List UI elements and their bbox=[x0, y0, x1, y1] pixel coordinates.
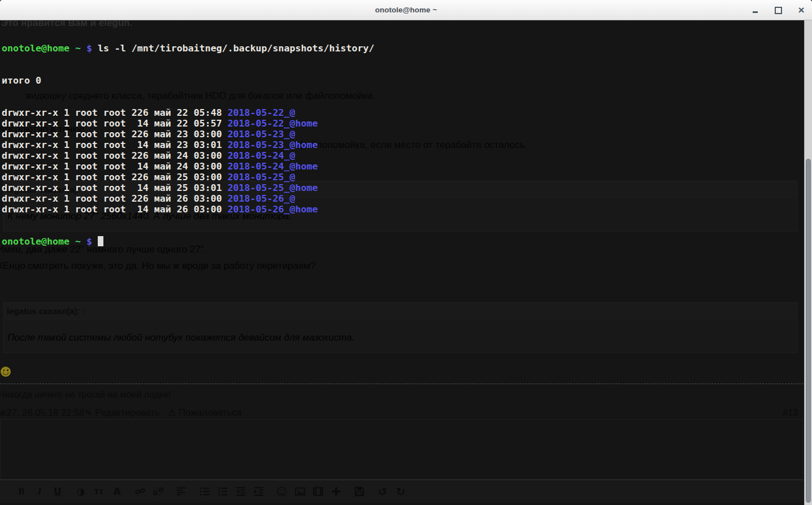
align-icon[interactable] bbox=[176, 486, 187, 497]
font-family-icon[interactable]: A bbox=[111, 486, 123, 497]
warning-icon: ⚠ bbox=[168, 408, 176, 417]
terminal-listing-row: drwxr-xr-x 1 root root 14 май 22 05:57 2… bbox=[2, 118, 374, 129]
font-size-icon[interactable]: T↕ bbox=[93, 486, 105, 497]
scrollbar-track[interactable] bbox=[804, 20, 812, 505]
terminal-window: onotole@home ~ Это нравится Вам и elegun… bbox=[0, 0, 812, 505]
undo-icon[interactable]: ↺ bbox=[377, 486, 388, 497]
prompt-user-host: onotole@home bbox=[2, 43, 70, 54]
command-text: ls -l /mnt/tirobaitneg/.backup/snapshots… bbox=[98, 43, 375, 54]
editor-toolbar: BIU◑T↕A123☺↺↻ bbox=[0, 480, 804, 503]
outdent-icon[interactable] bbox=[235, 486, 246, 497]
save-draft-icon[interactable] bbox=[354, 486, 365, 497]
list-ordered-icon[interactable]: 123 bbox=[217, 486, 228, 497]
smiley-icon[interactable]: ☺ bbox=[276, 486, 288, 497]
window-titlebar[interactable]: onotole@home ~ bbox=[0, 0, 812, 20]
pencil-icon: ✎ bbox=[85, 408, 92, 417]
snapshot-directory: 2018-05-25_@home bbox=[228, 182, 318, 193]
terminal-listing-row: drwxr-xr-x 1 root root 14 май 26 03:00 2… bbox=[2, 204, 374, 215]
media-icon[interactable] bbox=[312, 486, 324, 497]
signature-text: Никогда ничего не трогай на моей лодке! bbox=[0, 390, 171, 400]
underline-icon[interactable]: U bbox=[52, 486, 63, 497]
link-icon[interactable] bbox=[134, 486, 146, 497]
quote-body: После такой системы любой нотубук покаже… bbox=[4, 332, 797, 343]
snapshot-directory: 2018-05-23_@home bbox=[228, 140, 318, 150]
terminal-listing-row: drwxr-xr-x 1 root root 14 май 24 03:00 2… bbox=[2, 161, 374, 172]
snapshot-directory: 2018-05-25_@ bbox=[228, 172, 296, 182]
prompt-path: ~ bbox=[75, 43, 81, 54]
prompt-path: ~ bbox=[75, 236, 81, 247]
prompt-symbol: $ bbox=[86, 236, 92, 247]
terminal-listing-row: drwxr-xr-x 1 root root 14 май 25 03:01 2… bbox=[2, 182, 374, 193]
close-icon[interactable] bbox=[797, 6, 805, 14]
terminal-listing-row: drwxr-xr-x 1 root root 226 май 24 03:00 … bbox=[2, 150, 374, 161]
italic-icon[interactable]: I bbox=[34, 486, 45, 497]
list-unordered-icon[interactable] bbox=[199, 486, 210, 497]
terminal-prompt-line: onotole@home ~ $ bbox=[2, 236, 374, 247]
post-footer: №27, 26.05.18 22:58 ✎Редактировать ⚠Пожа… bbox=[0, 407, 804, 420]
terminal-content[interactable]: onotole@home ~ $ ls -l /mnt/tirobaitneg/… bbox=[2, 21, 374, 268]
snapshot-directory: 2018-05-26_@home bbox=[228, 204, 318, 215]
prompt-symbol: $ bbox=[86, 43, 92, 54]
bold-icon[interactable]: B bbox=[16, 486, 27, 497]
quote-block: legatus сказал(а): ↑ После такой системы… bbox=[3, 302, 797, 353]
report-link[interactable]: ⚠Пожаловаться bbox=[168, 407, 241, 418]
snapshot-directory: 2018-05-23_@ bbox=[228, 129, 296, 140]
text-color-icon[interactable]: ◑ bbox=[75, 486, 86, 497]
insert-icon[interactable] bbox=[331, 486, 342, 497]
post-number-link[interactable]: #13 bbox=[783, 407, 798, 418]
image-icon[interactable] bbox=[294, 486, 306, 497]
redo-icon[interactable]: ↻ bbox=[395, 486, 406, 497]
terminal-listing-row: drwxr-xr-x 1 root root 14 май 23 03:01 2… bbox=[2, 140, 374, 150]
quote-header[interactable]: legatus сказал(а): ↑ bbox=[4, 303, 797, 320]
snapshot-directory: 2018-05-22_@ bbox=[228, 107, 296, 118]
terminal-listing-row: drwxr-xr-x 1 root root 226 май 22 05:48 … bbox=[2, 107, 374, 118]
terminal-command-line: onotole@home ~ $ ls -l /mnt/tirobaitneg/… bbox=[2, 43, 374, 54]
terminal-listing-row: drwxr-xr-x 1 root root 226 май 25 03:00 … bbox=[2, 172, 374, 182]
edit-link[interactable]: ✎Редактировать bbox=[85, 407, 159, 418]
snapshot-directory: 2018-05-24_@home bbox=[228, 161, 318, 172]
svg-text:3: 3 bbox=[218, 493, 220, 497]
smiley-emoji-icon bbox=[1, 367, 11, 377]
window-controls bbox=[751, 0, 805, 20]
terminal-listing-row: drwxr-xr-x 1 root root 226 май 23 03:00 … bbox=[2, 129, 374, 140]
snapshot-directory: 2018-05-24_@ bbox=[228, 150, 296, 161]
window-title: onotole@home ~ bbox=[0, 0, 812, 20]
signature-separator bbox=[0, 384, 804, 384]
terminal-total-line: итого 0 bbox=[2, 75, 374, 86]
indent-icon[interactable] bbox=[253, 486, 264, 497]
reply-editor-area[interactable] bbox=[0, 419, 803, 480]
terminal-cursor bbox=[98, 236, 103, 246]
unlink-icon[interactable] bbox=[153, 486, 164, 497]
minimize-icon[interactable] bbox=[751, 6, 759, 14]
snapshot-directory: 2018-05-26_@ bbox=[228, 193, 296, 204]
post-meta: №27, 26.05.18 22:58 bbox=[0, 407, 84, 418]
scrollbar-thumb[interactable] bbox=[806, 159, 811, 503]
prompt-user-host: onotole@home bbox=[2, 236, 70, 247]
snapshot-directory: 2018-05-22_@home bbox=[228, 118, 318, 129]
terminal-listing: drwxr-xr-x 1 root root 226 май 22 05:48 … bbox=[2, 107, 374, 215]
maximize-icon[interactable] bbox=[774, 6, 782, 14]
terminal-listing-row: drwxr-xr-x 1 root root 226 май 26 03:00 … bbox=[2, 193, 374, 204]
